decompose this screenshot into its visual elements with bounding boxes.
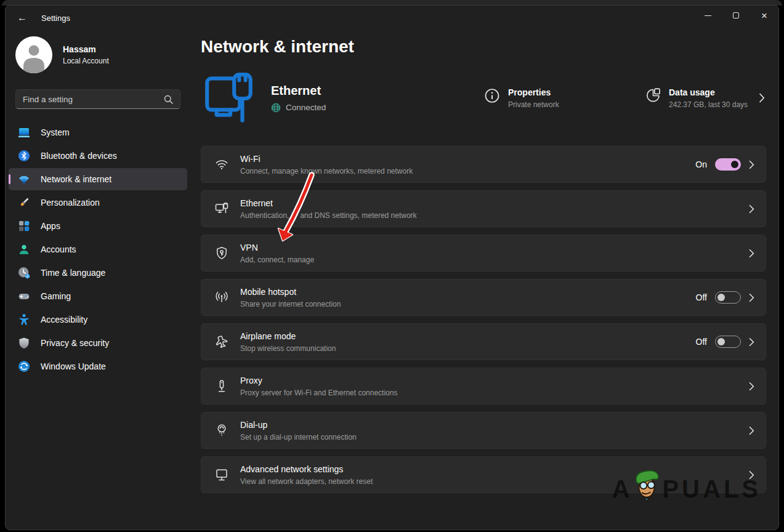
row-title: Ethernet — [240, 198, 417, 208]
windows-update-icon — [18, 360, 30, 373]
sidebar-item-accounts[interactable]: Accounts — [9, 238, 187, 260]
chevron-right-icon — [759, 93, 765, 103]
sidebar-item-label: System — [41, 127, 70, 137]
dialup-icon — [214, 423, 230, 438]
settings-window: ← Settings × Hassam Local Account — [5, 5, 779, 530]
settings-row-vpn[interactable]: VPN Add, connect, manage — [201, 235, 766, 272]
sidebar-nav: System Bluetooth & devices Network & int… — [6, 121, 190, 377]
row-subtitle: View all network adapters, network reset — [240, 477, 373, 486]
sidebar-item-label: Apps — [41, 221, 60, 231]
maximize-button[interactable] — [722, 6, 750, 25]
chevron-right-icon — [749, 160, 754, 169]
app-title: Settings — [41, 11, 70, 23]
vpn-shield-icon — [214, 246, 230, 260]
search-icon — [164, 95, 173, 104]
sidebar-item-system[interactable]: System — [9, 121, 187, 143]
apps-icon — [18, 220, 30, 232]
chevron-right-icon — [749, 426, 754, 435]
info-icon — [484, 88, 500, 104]
row-title: Advanced network settings — [240, 464, 373, 474]
settings-row-wi-fi[interactable]: Wi-Fi Connect, manage known networks, me… — [201, 146, 766, 183]
minimize-button[interactable] — [693, 6, 722, 25]
profile-account-type: Local Account — [63, 57, 109, 65]
row-subtitle: Add, connect, manage — [240, 256, 314, 264]
settings-row-airplane-mode[interactable]: Airplane mode Stop wireless communicatio… — [201, 323, 766, 360]
chevron-right-icon — [749, 337, 754, 347]
sidebar-item-network-internet[interactable]: Network & internet — [9, 168, 187, 190]
sidebar-item-personalization[interactable]: Personalization — [9, 191, 187, 214]
window-controls: × — [693, 6, 778, 25]
row-title: Dial-up — [240, 420, 357, 430]
back-arrow-icon: ← — [17, 12, 27, 23]
settings-row-ethernet[interactable]: Ethernet Authentication, IP and DNS sett… — [201, 190, 766, 227]
sidebar-item-label: Personalization — [41, 198, 100, 208]
person-icon — [15, 36, 52, 73]
settings-row-mobile-hotspot[interactable]: Mobile hotspot Share your internet conne… — [201, 279, 766, 316]
globe-icon — [271, 103, 281, 113]
sidebar-item-label: Time & language — [41, 268, 105, 278]
maximize-icon — [733, 12, 739, 18]
toggle-state-label: On — [695, 159, 707, 169]
sidebar-item-privacy-security[interactable]: Privacy & security — [9, 332, 187, 354]
row-subtitle: Connect, manage known networks, metered … — [240, 167, 413, 175]
row-title: Wi-Fi — [240, 154, 413, 164]
settings-row-proxy[interactable]: Proxy Proxy server for Wi-Fi and Etherne… — [201, 368, 766, 405]
wifi-icon — [214, 157, 230, 172]
system-icon — [18, 126, 30, 139]
main-content: Network & internet Ethernet — [190, 28, 778, 530]
data-usage-subtitle: 242.37 GB, last 30 days — [669, 100, 748, 109]
row-subtitle: Proxy server for Wi-Fi and Ethernet conn… — [240, 389, 397, 397]
sidebar-item-label: Gaming — [41, 291, 71, 301]
sidebar-item-label: Windows Update — [41, 361, 106, 371]
search-input[interactable] — [23, 95, 164, 104]
profile-block[interactable]: Hassam Local Account — [15, 36, 190, 73]
sidebar-item-label: Accessibility — [41, 315, 87, 324]
sidebar-item-windows-update[interactable]: Windows Update — [9, 355, 187, 377]
sidebar-item-apps[interactable]: Apps — [9, 215, 187, 237]
search-box[interactable] — [15, 89, 180, 109]
row-subtitle: Set up a dial-up internet connection — [240, 433, 357, 441]
row-subtitle: Authentication, IP and DNS settings, met… — [240, 211, 417, 220]
page-title: Network & internet — [201, 36, 766, 57]
sidebar-item-time-language[interactable]: Time & language — [9, 262, 187, 284]
chevron-right-icon — [749, 470, 754, 480]
data-usage-block[interactable]: Data usage 242.37 GB, last 30 days — [645, 87, 748, 109]
ethernet-icon — [214, 201, 230, 216]
row-title: Mobile hotspot — [240, 287, 341, 297]
close-icon: × — [761, 10, 767, 21]
connection-hero: Ethernet Connected — [201, 70, 766, 126]
toggle-wi-fi[interactable] — [715, 158, 741, 171]
ethernet-hero-icon — [201, 70, 257, 126]
chevron-right-icon — [749, 293, 754, 302]
mobile-hotspot-icon — [214, 290, 230, 305]
properties-block[interactable]: Properties Private network — [484, 87, 559, 109]
settings-row-dial-up[interactable]: Dial-up Set up a dial-up internet connec… — [201, 412, 766, 449]
settings-row-advanced-network-settings[interactable]: Advanced network settings View all netwo… — [201, 456, 766, 493]
back-button[interactable]: ← — [12, 9, 33, 26]
close-button[interactable]: × — [750, 6, 778, 25]
properties-title: Properties — [508, 87, 559, 97]
minimize-icon — [705, 15, 711, 16]
accounts-icon — [18, 243, 30, 256]
sidebar-item-gaming[interactable]: Gaming — [9, 285, 187, 307]
sidebar-item-accessibility[interactable]: Accessibility — [9, 308, 187, 331]
row-subtitle: Share your internet connection — [240, 300, 341, 308]
data-usage-title: Data usage — [669, 87, 748, 97]
chevron-right-icon — [749, 382, 754, 391]
toggle-airplane-mode[interactable] — [715, 336, 741, 348]
personalization-icon — [18, 196, 30, 209]
toggle-state-label: Off — [696, 337, 707, 347]
row-subtitle: Stop wireless communication — [240, 344, 336, 353]
accessibility-icon — [18, 313, 30, 326]
titlebar: ← Settings × — [6, 6, 778, 28]
sidebar-item-label: Privacy & security — [41, 338, 109, 348]
properties-subtitle: Private network — [508, 100, 559, 109]
gaming-icon — [18, 290, 30, 302]
row-title: Proxy — [240, 376, 397, 385]
network-icon — [18, 173, 30, 185]
connection-status: Connected — [286, 103, 326, 112]
toggle-mobile-hotspot[interactable] — [715, 291, 741, 304]
advanced-network-icon — [214, 467, 230, 482]
bluetooth-icon — [18, 150, 30, 162]
sidebar-item-bluetooth-devices[interactable]: Bluetooth & devices — [9, 145, 187, 167]
